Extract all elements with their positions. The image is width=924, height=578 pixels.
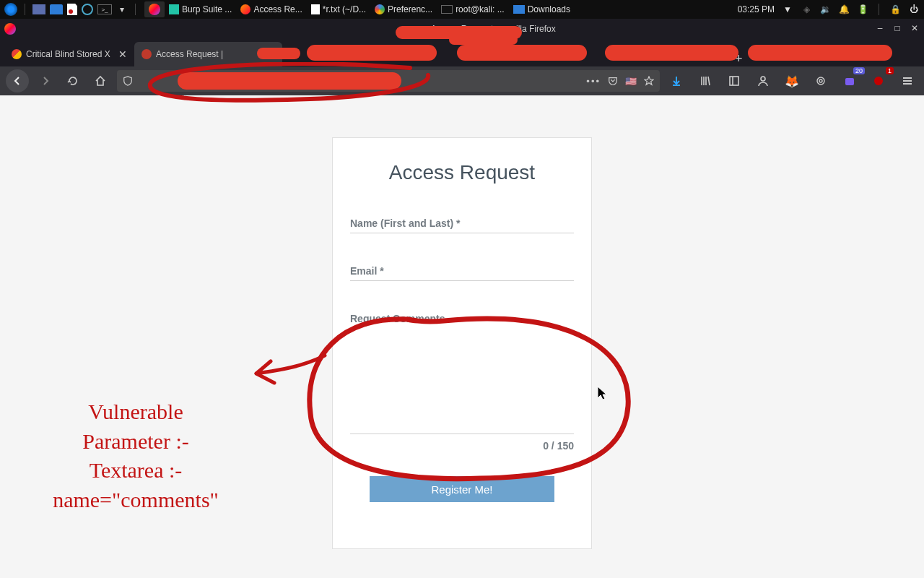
tab-close-icon[interactable]: ✕ bbox=[118, 48, 127, 60]
redaction bbox=[605, 45, 738, 61]
form-title: Access Request bbox=[350, 161, 574, 184]
meatball-icon[interactable]: ••• bbox=[586, 76, 601, 87]
burp-icon bbox=[169, 4, 179, 14]
comments-field: Request Comments 0 / 150 bbox=[350, 313, 574, 452]
globe-icon[interactable] bbox=[82, 4, 93, 15]
home-button[interactable] bbox=[90, 70, 111, 92]
sidebar-icon[interactable] bbox=[723, 70, 745, 92]
kali-menu-icon[interactable] bbox=[4, 3, 17, 16]
clock: 03:25 PM bbox=[738, 4, 775, 14]
files-icon[interactable] bbox=[50, 4, 63, 14]
svg-point-2 bbox=[817, 77, 824, 85]
annotation-line: Textarea :- bbox=[24, 456, 248, 486]
library-icon[interactable] bbox=[694, 70, 716, 92]
foxy-icon[interactable]: 🦊 bbox=[781, 70, 803, 92]
account-icon[interactable] bbox=[752, 70, 774, 92]
notifications-icon[interactable]: 🔔 bbox=[838, 4, 850, 15]
chromium-icon bbox=[375, 4, 385, 14]
volume-icon[interactable]: 🔉 bbox=[819, 4, 831, 15]
task-label: Downloads bbox=[528, 4, 570, 14]
firefox-icon bbox=[149, 4, 160, 15]
separator bbox=[879, 4, 879, 15]
firefox-icon bbox=[240, 4, 250, 14]
svg-rect-4 bbox=[845, 78, 854, 85]
extension-gear-icon[interactable] bbox=[810, 70, 832, 92]
folder-icon bbox=[513, 5, 525, 14]
downloads-icon[interactable] bbox=[666, 70, 687, 92]
terminal-icon[interactable]: >_ bbox=[97, 4, 112, 14]
comments-textarea[interactable] bbox=[350, 326, 574, 434]
task-burp[interactable]: Burp Suite ... bbox=[165, 1, 236, 17]
task-label: Burp Suite ... bbox=[182, 4, 232, 14]
annotation-line: Parameter :- bbox=[24, 427, 248, 457]
badge-count: 20 bbox=[853, 67, 865, 74]
page-viewport: Access Request Name (First and Last) * E… bbox=[0, 95, 924, 578]
site-icon bbox=[141, 49, 152, 59]
name-input[interactable] bbox=[350, 230, 574, 233]
separator bbox=[135, 4, 136, 15]
back-button[interactable] bbox=[6, 69, 29, 92]
tab-label: Critical Blind Stored X bbox=[26, 49, 110, 59]
separator bbox=[25, 4, 25, 15]
close-button[interactable]: ✕ bbox=[910, 24, 920, 34]
task-editor[interactable]: *r.txt (~/D... bbox=[307, 1, 370, 17]
pocket-icon[interactable] bbox=[608, 76, 618, 86]
char-counter: 0 / 150 bbox=[350, 440, 574, 452]
task-label: root@kali: ... bbox=[456, 4, 505, 14]
redaction bbox=[449, 35, 518, 45]
container-icon[interactable]: 20 bbox=[839, 70, 860, 92]
system-panel: >_ ▾ Burp Suite ... Access Re... *r.txt … bbox=[0, 0, 924, 19]
firefox-toolbar: ••• 🇺🇸 🦊 20 1 bbox=[0, 66, 924, 95]
terminal-icon bbox=[441, 5, 453, 14]
email-field: Email * bbox=[350, 265, 574, 281]
lock-icon[interactable]: 🔒 bbox=[889, 4, 901, 15]
redaction bbox=[257, 48, 300, 59]
power-icon[interactable]: ⏻ bbox=[908, 4, 920, 15]
hamburger-menu-icon[interactable] bbox=[897, 70, 918, 92]
tab-gmail[interactable]: Critical Blind Stored X ✕ bbox=[4, 42, 134, 66]
cursor-icon bbox=[598, 387, 609, 401]
email-input[interactable] bbox=[350, 278, 574, 281]
taskbar: Burp Suite ... Access Re... *r.txt (~/D.… bbox=[144, 1, 738, 17]
annotation-line: name="comments" bbox=[24, 486, 248, 515]
task-firefox-2[interactable]: Access Re... bbox=[236, 1, 306, 17]
minimize-button[interactable]: – bbox=[875, 24, 885, 34]
shield-icon[interactable] bbox=[123, 76, 133, 86]
tab-label: Access Request | bbox=[156, 49, 223, 59]
annotation-text: Vulnerable Parameter :- Textarea :- name… bbox=[24, 397, 248, 514]
name-field: Name (First and Last) * bbox=[350, 217, 574, 233]
annotation-line: Vulnerable bbox=[24, 397, 248, 427]
forward-button[interactable] bbox=[35, 70, 56, 92]
svg-rect-0 bbox=[730, 77, 738, 85]
email-label: Email * bbox=[350, 265, 574, 277]
redaction bbox=[457, 45, 587, 61]
wifi-icon[interactable]: ▼ bbox=[782, 4, 793, 15]
window-list-icon[interactable] bbox=[32, 4, 45, 14]
task-terminal[interactable]: root@kali: ... bbox=[437, 1, 509, 17]
task-files[interactable]: Downloads bbox=[509, 1, 575, 17]
addon-icon[interactable]: 1 bbox=[868, 70, 889, 92]
window-title-suffix: illa Firefox bbox=[516, 24, 556, 34]
task-firefox[interactable] bbox=[144, 1, 165, 17]
redaction bbox=[307, 45, 437, 61]
gmail-icon bbox=[12, 49, 22, 59]
svg-point-5 bbox=[874, 77, 883, 85]
tor-icon[interactable]: ◈ bbox=[801, 4, 812, 15]
task-label: Preferenc... bbox=[388, 4, 432, 14]
bookmark-star-icon[interactable] bbox=[644, 76, 654, 86]
flag-icon[interactable]: 🇺🇸 bbox=[625, 76, 637, 87]
name-label: Name (First and Last) * bbox=[350, 217, 574, 229]
register-button[interactable]: Register Me! bbox=[370, 476, 554, 502]
editor-icon[interactable] bbox=[67, 4, 77, 15]
task-chromium[interactable]: Preferenc... bbox=[370, 1, 437, 17]
editor-icon bbox=[311, 4, 320, 14]
access-request-card: Access Request Name (First and Last) * E… bbox=[332, 137, 592, 549]
maximize-button[interactable]: □ bbox=[892, 24, 902, 34]
reload-button[interactable] bbox=[62, 70, 84, 92]
redaction bbox=[178, 72, 401, 90]
battery-icon[interactable]: 🔋 bbox=[857, 4, 868, 15]
task-label: Access Re... bbox=[253, 4, 302, 14]
dropdown-arrow-icon[interactable]: ▾ bbox=[116, 4, 128, 15]
badge-count: 1 bbox=[886, 67, 894, 74]
annotation-arrow bbox=[245, 348, 339, 399]
